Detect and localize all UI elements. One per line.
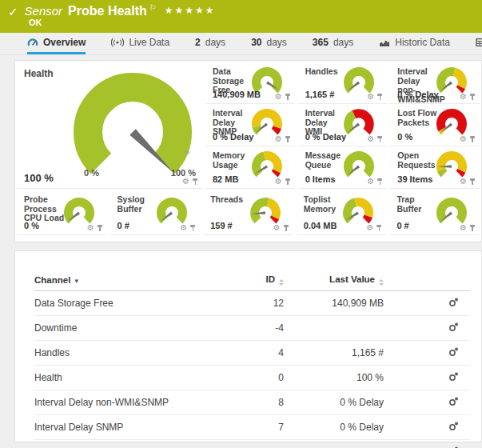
column-header-id[interactable]: ID xyxy=(252,270,284,290)
channel-name: Downtime xyxy=(34,315,252,340)
gauge-title: Handles xyxy=(305,67,346,77)
gauge-cell-data-storage-free: Data Storage Free140,909 MB⚙ xyxy=(205,62,295,104)
gear-icon[interactable]: ⚙ xyxy=(367,178,374,186)
gear-icon[interactable]: ⚙ xyxy=(366,224,373,232)
gauge-value: 140,909 MB xyxy=(213,90,261,99)
channel-settings-icon[interactable] xyxy=(448,446,459,448)
channel-settings-icon[interactable] xyxy=(448,421,459,434)
gauge-cell-probe-process-cpu-load: Probe Process CPU Load0 %⚙ xyxy=(17,189,107,235)
gauge-cell-lost-flow-packets: Lost Flow Packets0 %⚙ xyxy=(390,104,480,146)
tab-365-days[interactable]: 365days xyxy=(313,33,353,54)
column-label: Last Value xyxy=(329,274,375,284)
pin-icon[interactable] xyxy=(376,225,382,232)
pin-icon[interactable] xyxy=(285,136,291,143)
tab-number: 2 xyxy=(195,37,201,48)
gauge-value: 0 Items xyxy=(305,174,336,184)
pin-icon[interactable] xyxy=(469,178,476,186)
gauge-cell-message-queue: Message Queue0 Items⚙ xyxy=(298,146,388,189)
pin-icon[interactable] xyxy=(376,94,383,101)
gear-icon[interactable]: ⚙ xyxy=(367,93,374,101)
gauge-value: 0 % Delay xyxy=(397,90,438,99)
tab-overview[interactable]: Overview xyxy=(27,33,86,54)
channel-settings-icon[interactable] xyxy=(448,297,459,310)
table-row-handles[interactable]: Handles41,165 # xyxy=(34,340,470,365)
gauge-title: Trap Buffer xyxy=(396,195,438,214)
sensor-header: ✓ Sensor Probe Health ⚐ ★★★★★ OK xyxy=(0,0,482,33)
tab-label: days xyxy=(333,37,353,48)
gauge-value: 100 % xyxy=(24,172,54,184)
tab-number: 30 xyxy=(251,37,261,48)
gauge-title: Probe Process CPU Load xyxy=(24,195,66,223)
gauge-icon xyxy=(27,37,38,47)
pin-icon[interactable] xyxy=(376,136,383,143)
pin-icon[interactable] xyxy=(376,178,383,186)
gear-icon[interactable]: ⚙ xyxy=(367,135,374,143)
gear-icon[interactable]: ⚙ xyxy=(180,224,187,232)
status-check-icon: ✓ xyxy=(8,5,18,19)
table-row-downtime[interactable]: Downtime-4 xyxy=(34,315,470,340)
channel-settings-icon[interactable] xyxy=(448,322,459,334)
channels-table: Channel▾ ID Last Value Data Storage Free… xyxy=(34,270,470,448)
table-row-health[interactable]: Health0100 % xyxy=(34,365,470,390)
channel-id: 4 xyxy=(252,340,284,365)
gear-icon[interactable]: ⚙ xyxy=(273,224,281,232)
gauge-cell-open-requests: Open Requests39 Items⚙ xyxy=(390,146,480,189)
channel-id: -4 xyxy=(252,315,284,340)
pin-icon[interactable] xyxy=(189,225,196,232)
gauge-cell-health: Health 0 % 100 % % 100 % ⚙ xyxy=(17,62,202,189)
tab-2-days[interactable]: 2days xyxy=(195,33,225,54)
gauge-value: 0 % Delay xyxy=(305,132,346,142)
channel-id: 0 xyxy=(252,365,284,390)
gauge-value: 1,165 # xyxy=(305,90,335,99)
column-header-actions xyxy=(384,270,470,290)
priority-stars[interactable]: ★★★★★ xyxy=(165,5,216,16)
tab-live-data[interactable]: Live Data xyxy=(111,33,169,54)
sort-toggle-icon xyxy=(379,279,384,286)
channel-id: 7 xyxy=(252,414,284,439)
gauge-value: 39 Items xyxy=(397,174,432,184)
gear-icon[interactable]: ⚙ xyxy=(275,135,282,143)
channel-settings-icon[interactable] xyxy=(448,346,459,359)
channel-settings-icon[interactable] xyxy=(448,396,459,409)
channel-settings-icon[interactable] xyxy=(448,371,459,384)
gauge-cell-interval-delay-wmi: Interval Delay WMI0 % Delay⚙ xyxy=(298,104,388,146)
sort-toggle-icon xyxy=(279,279,284,286)
pin-icon[interactable] xyxy=(192,178,198,186)
gauges-panel: Health 0 % 100 % % 100 % ⚙ Data Storage … xyxy=(14,60,482,242)
flag-icon[interactable]: ⚐ xyxy=(149,3,157,12)
gear-icon[interactable]: ⚙ xyxy=(182,178,189,186)
pin-icon[interactable] xyxy=(285,94,291,101)
pin-icon[interactable] xyxy=(469,225,476,232)
pin-icon[interactable] xyxy=(469,94,476,101)
gear-icon[interactable]: ⚙ xyxy=(460,178,467,186)
gauge-cell-trap-buffer: Trap Buffer0 #⚙ xyxy=(389,189,480,235)
column-header-last-value[interactable]: Last Value xyxy=(284,270,384,290)
gear-icon[interactable]: ⚙ xyxy=(275,93,282,101)
table-row-interval-delay-wmi[interactable]: Interval Delay WMI60 % Delay xyxy=(34,439,470,448)
pin-icon[interactable] xyxy=(469,136,476,143)
tab-label: days xyxy=(266,37,286,48)
table-row-data-storage-free[interactable]: Data Storage Free12140,909 MB xyxy=(34,290,470,315)
gear-icon[interactable]: ⚙ xyxy=(87,224,94,232)
tab-30-days[interactable]: 30days xyxy=(251,33,287,54)
pin-icon[interactable] xyxy=(97,225,103,232)
tab-historic-data[interactable]: Historic Data xyxy=(379,33,450,54)
column-header-channel[interactable]: Channel▾ xyxy=(34,270,252,290)
gear-icon[interactable]: ⚙ xyxy=(460,93,467,101)
channel-last-value: 1,165 # xyxy=(284,340,384,365)
gauge-value: 0 % xyxy=(24,221,39,230)
gauge-title: Toplist Memory xyxy=(304,195,345,214)
pin-icon[interactable] xyxy=(283,225,289,232)
table-row-interval-delay-non-wmi-snmp[interactable]: Interval Delay non-WMI&SNMP80 % Delay xyxy=(34,390,470,414)
gauge-cell-handles: Handles1,165 #⚙ xyxy=(298,62,388,104)
gauge-value: 0 % xyxy=(397,132,412,142)
pin-icon[interactable] xyxy=(285,178,291,186)
channel-id: 8 xyxy=(252,390,284,414)
gear-icon[interactable]: ⚙ xyxy=(460,224,467,232)
column-label: Channel xyxy=(34,275,70,285)
gauge-cell-threads: Threads159 #⚙ xyxy=(203,189,293,235)
table-row-interval-delay-snmp[interactable]: Interval Delay SNMP70 % Delay xyxy=(34,414,470,439)
tab-log[interactable]: Log xyxy=(476,33,482,54)
gear-icon[interactable]: ⚙ xyxy=(460,135,467,143)
gear-icon[interactable]: ⚙ xyxy=(275,178,282,186)
